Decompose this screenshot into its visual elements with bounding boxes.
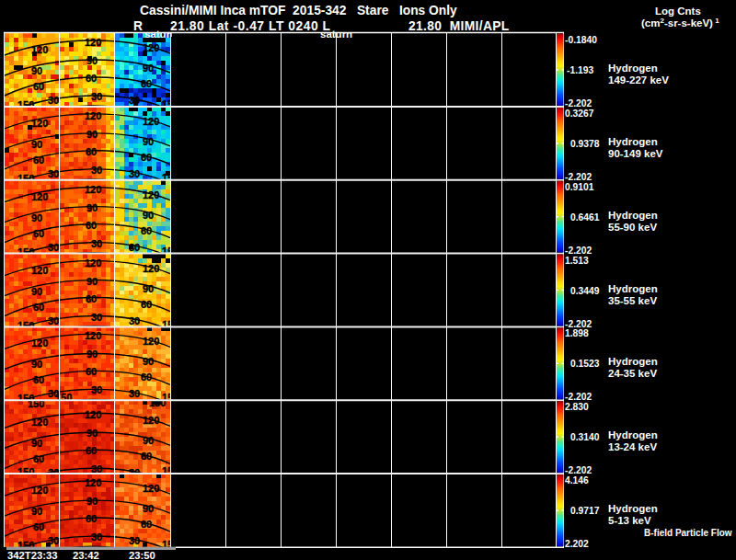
svg-text:90: 90 bbox=[86, 428, 98, 439]
svg-text:satur: satur bbox=[144, 29, 171, 40]
svg-text:60: 60 bbox=[33, 81, 44, 92]
svg-text:Hydrogen: Hydrogen bbox=[608, 356, 658, 367]
svg-text:0.9717: 0.9717 bbox=[570, 506, 600, 516]
svg-text:B-field Particle Flow: B-field Particle Flow bbox=[644, 528, 732, 538]
svg-text:13-24 keV: 13-24 keV bbox=[608, 441, 657, 452]
svg-text:30: 30 bbox=[129, 95, 140, 106]
svg-text:60: 60 bbox=[86, 445, 97, 456]
svg-text:90: 90 bbox=[31, 139, 42, 150]
svg-text:30: 30 bbox=[129, 168, 140, 179]
svg-text:30: 30 bbox=[129, 535, 140, 546]
svg-text:90: 90 bbox=[143, 503, 154, 514]
svg-text:120: 120 bbox=[31, 118, 48, 129]
svg-text:90-149 keV: 90-149 keV bbox=[608, 148, 663, 159]
svg-text:120: 120 bbox=[143, 189, 159, 200]
svg-text:Hydrogen: Hydrogen bbox=[608, 136, 658, 147]
svg-text:90: 90 bbox=[86, 202, 98, 213]
svg-text:60: 60 bbox=[141, 451, 152, 462]
svg-text:90: 90 bbox=[143, 210, 154, 221]
svg-text:90: 90 bbox=[143, 283, 154, 294]
svg-text:60: 60 bbox=[141, 519, 152, 530]
svg-text:90: 90 bbox=[31, 359, 42, 370]
svg-text:-2.202: -2.202 bbox=[565, 465, 592, 475]
svg-text:30: 30 bbox=[91, 165, 102, 176]
svg-text:60: 60 bbox=[86, 220, 97, 231]
svg-text:90: 90 bbox=[86, 129, 98, 140]
svg-text:60: 60 bbox=[141, 371, 152, 383]
svg-text:120: 120 bbox=[85, 477, 101, 488]
svg-text:23:50: 23:50 bbox=[129, 550, 155, 560]
svg-text:Log Cnts: Log Cnts bbox=[655, 6, 701, 17]
svg-text:60: 60 bbox=[141, 225, 152, 236]
svg-text:2.830: 2.830 bbox=[565, 402, 589, 412]
svg-text:60: 60 bbox=[141, 152, 152, 163]
svg-text:149-227 keV: 149-227 keV bbox=[608, 74, 669, 86]
svg-text:120: 120 bbox=[85, 37, 101, 48]
svg-text:21.80 Lat -0.47 LT 0240 L: 21.80 Lat -0.47 LT 0240 L bbox=[170, 19, 331, 33]
svg-text:30: 30 bbox=[91, 238, 102, 249]
svg-text:30: 30 bbox=[48, 535, 59, 546]
svg-text:120: 120 bbox=[31, 337, 48, 349]
svg-text:Hydrogen: Hydrogen bbox=[608, 503, 658, 514]
svg-text:-2.202: -2.202 bbox=[565, 319, 592, 329]
svg-text:90: 90 bbox=[143, 356, 154, 367]
svg-text:90: 90 bbox=[31, 286, 42, 297]
svg-text:60: 60 bbox=[141, 299, 152, 310]
svg-text:90: 90 bbox=[31, 212, 42, 223]
svg-text:60: 60 bbox=[33, 374, 44, 385]
svg-text:120: 120 bbox=[85, 330, 101, 341]
svg-text:60: 60 bbox=[86, 513, 97, 524]
svg-text:0.9101: 0.9101 bbox=[565, 182, 594, 192]
svg-text:30: 30 bbox=[91, 531, 102, 543]
svg-text:-2.202: -2.202 bbox=[565, 98, 592, 109]
svg-text:24-35 keV: 24-35 keV bbox=[608, 368, 657, 379]
svg-text:0.9378: 0.9378 bbox=[570, 139, 600, 149]
svg-text:342T23:33: 342T23:33 bbox=[7, 550, 58, 560]
svg-text:0.1523: 0.1523 bbox=[570, 359, 600, 369]
svg-text:Hydrogen: Hydrogen bbox=[608, 429, 658, 440]
svg-text:-1.193: -1.193 bbox=[567, 65, 593, 75]
svg-text:120: 120 bbox=[143, 483, 159, 494]
svg-text:30: 30 bbox=[91, 384, 102, 395]
svg-text:saturn: saturn bbox=[320, 29, 352, 40]
svg-text:120: 120 bbox=[143, 116, 159, 127]
svg-text:30: 30 bbox=[91, 91, 102, 102]
svg-text:-0.1840: -0.1840 bbox=[565, 35, 597, 45]
svg-text:120: 120 bbox=[31, 265, 48, 276]
svg-text:120: 120 bbox=[31, 191, 48, 202]
svg-text:35-55 keV: 35-55 keV bbox=[608, 295, 657, 306]
svg-text:60: 60 bbox=[86, 293, 97, 304]
svg-text:120: 120 bbox=[31, 44, 48, 55]
svg-text:60: 60 bbox=[33, 154, 44, 166]
svg-text:120: 120 bbox=[85, 257, 101, 269]
svg-text:30: 30 bbox=[48, 168, 59, 179]
svg-text:-2.202: -2.202 bbox=[565, 246, 592, 256]
svg-text:60: 60 bbox=[33, 521, 44, 532]
svg-text:60: 60 bbox=[86, 366, 97, 377]
svg-text:120: 120 bbox=[143, 263, 159, 274]
svg-text:60: 60 bbox=[33, 453, 44, 464]
svg-text:90: 90 bbox=[86, 55, 98, 66]
svg-text:60: 60 bbox=[86, 73, 97, 84]
svg-text:(cm2-sr-s-keV) 1: (cm2-sr-s-keV) 1 bbox=[641, 17, 719, 29]
svg-text:55-90 keV: 55-90 keV bbox=[608, 222, 657, 233]
svg-text:0.6461: 0.6461 bbox=[570, 212, 600, 223]
svg-text:60: 60 bbox=[33, 228, 44, 239]
svg-text:120: 120 bbox=[85, 184, 101, 195]
svg-text:90: 90 bbox=[31, 438, 42, 449]
svg-text:21.80 MIMI/APL: 21.80 MIMI/APL bbox=[408, 19, 510, 33]
svg-text:90: 90 bbox=[86, 276, 98, 287]
svg-text:1.898: 1.898 bbox=[565, 328, 589, 338]
svg-text:120: 120 bbox=[85, 110, 101, 121]
svg-text:60: 60 bbox=[86, 146, 97, 157]
svg-text:90: 90 bbox=[143, 136, 154, 147]
svg-text:90: 90 bbox=[31, 506, 42, 517]
svg-text:30: 30 bbox=[129, 388, 140, 399]
svg-text:30: 30 bbox=[48, 95, 59, 106]
svg-text:1.513: 1.513 bbox=[565, 256, 589, 266]
svg-text:30: 30 bbox=[129, 315, 140, 326]
svg-text:-2.202: -2.202 bbox=[565, 392, 592, 402]
svg-text:90: 90 bbox=[86, 349, 98, 360]
svg-text:120: 120 bbox=[143, 42, 159, 53]
svg-text:4.146: 4.146 bbox=[565, 475, 589, 486]
